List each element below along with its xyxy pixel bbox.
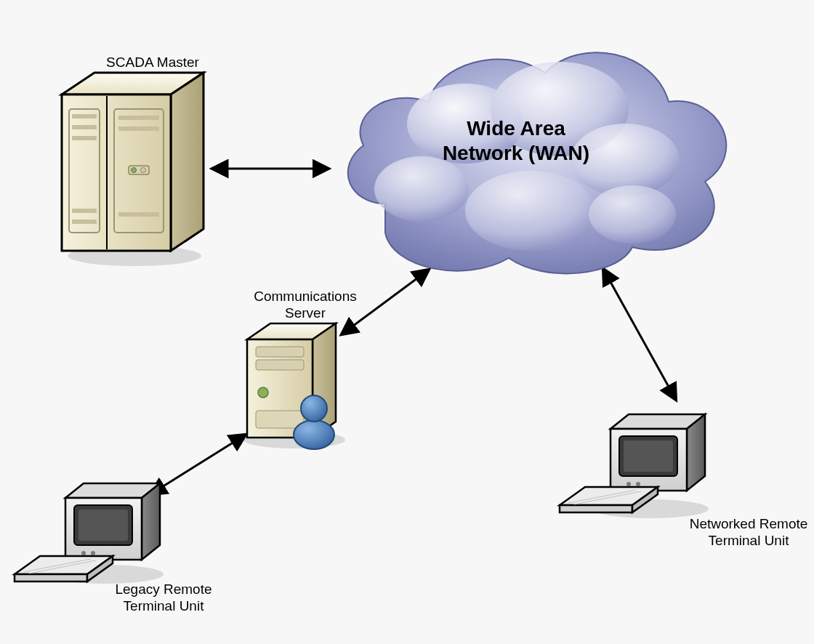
svg-point-9 — [589, 185, 676, 243]
svg-rect-50 — [610, 429, 687, 491]
svg-rect-38 — [65, 498, 142, 560]
svg-point-32 — [258, 387, 268, 398]
svg-marker-43 — [15, 556, 113, 574]
cloud-title-line2: Network (WAN) — [443, 142, 589, 164]
svg-rect-30 — [256, 347, 304, 357]
svg-line-46 — [23, 559, 91, 572]
svg-marker-28 — [313, 323, 336, 438]
cloud-title: Wide Area Network (WAN) — [407, 116, 625, 165]
svg-rect-33 — [256, 411, 304, 428]
cloud-title-line1: Wide Area — [467, 117, 565, 140]
svg-point-0 — [68, 246, 201, 266]
svg-marker-49 — [687, 414, 705, 491]
svg-point-42 — [91, 551, 95, 555]
svg-rect-39 — [74, 505, 132, 545]
diagram-canvas: Wide Area Network (WAN) — [0, 0, 814, 644]
svg-marker-48 — [610, 414, 705, 429]
scada-master-label: SCADA Master — [87, 55, 218, 71]
svg-marker-10 — [62, 73, 204, 94]
svg-marker-36 — [65, 483, 160, 498]
comm-server-label: Communications Server — [240, 289, 371, 322]
svg-point-41 — [81, 551, 86, 555]
svg-point-1 — [243, 431, 345, 448]
svg-rect-40 — [78, 510, 128, 541]
svg-line-58 — [568, 490, 636, 503]
svg-point-34 — [294, 420, 334, 449]
svg-rect-29 — [247, 339, 313, 438]
svg-marker-27 — [247, 323, 336, 339]
svg-marker-37 — [142, 483, 160, 560]
svg-point-35 — [301, 395, 327, 422]
svg-marker-55 — [560, 487, 658, 505]
svg-rect-12 — [62, 94, 171, 251]
svg-point-25 — [132, 168, 137, 173]
svg-marker-56 — [560, 505, 632, 512]
legacy-rtu-label: Legacy Remote Terminal Unit — [94, 581, 233, 615]
svg-rect-51 — [619, 436, 677, 476]
svg-line-59 — [574, 491, 641, 504]
networked-rtu-label: Networked Remote Terminal Unit — [676, 516, 814, 550]
svg-point-53 — [626, 482, 631, 486]
svg-point-7 — [374, 156, 469, 222]
svg-rect-24 — [129, 166, 149, 174]
svg-marker-57 — [632, 487, 658, 512]
svg-rect-31 — [256, 360, 304, 370]
arrow-cloud-to-networked-rtu — [603, 269, 676, 400]
svg-marker-44 — [15, 574, 87, 581]
svg-rect-52 — [624, 440, 673, 472]
svg-rect-14 — [69, 109, 100, 233]
svg-marker-45 — [87, 556, 113, 581]
arrow-commserver-to-legacy-rtu — [150, 435, 246, 494]
svg-point-26 — [141, 168, 146, 173]
svg-point-8 — [465, 171, 596, 251]
svg-line-47 — [29, 560, 96, 573]
svg-point-54 — [636, 482, 640, 486]
svg-marker-11 — [171, 73, 204, 251]
svg-rect-20 — [114, 109, 164, 233]
